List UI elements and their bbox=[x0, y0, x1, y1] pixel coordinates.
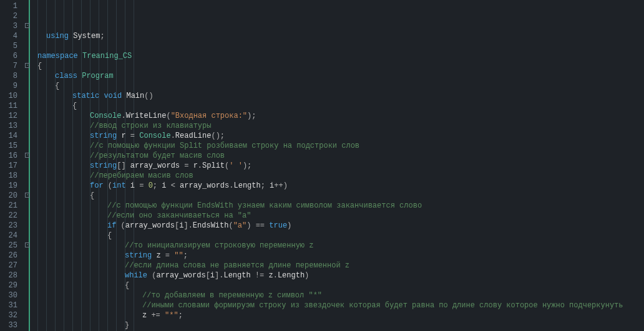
line-number[interactable]: 29 bbox=[0, 281, 24, 290]
line-number[interactable]: 2 bbox=[0, 11, 24, 21]
line-number[interactable]: 32 bbox=[0, 310, 24, 320]
code-line[interactable]: } bbox=[24, 320, 644, 330]
code-line[interactable]: //ввод строки из клавиатуры bbox=[24, 121, 644, 131]
code-line[interactable]: //иными словами формируэм строку из звез… bbox=[24, 300, 644, 310]
code-line[interactable]: string[] array_words = r.Split(' '); bbox=[24, 161, 644, 171]
fold-toggle-icon[interactable]: - bbox=[25, 242, 30, 247]
token: string bbox=[90, 132, 117, 140]
code-line[interactable]: //перебираем масив слов bbox=[24, 171, 644, 181]
code-line[interactable]: namespace Treaning_CS bbox=[24, 51, 644, 61]
line-number[interactable]: 17 bbox=[0, 161, 24, 171]
fold-toggle-icon[interactable]: - bbox=[25, 23, 30, 28]
fold-toggle-icon[interactable]: - bbox=[25, 63, 30, 68]
code-line[interactable]: { bbox=[24, 101, 644, 111]
line-number[interactable]: 11 bbox=[0, 101, 24, 111]
code-line[interactable]: z += "*"; bbox=[24, 310, 644, 320]
code-line[interactable]: class Program bbox=[24, 71, 644, 81]
token: using bbox=[46, 32, 69, 41]
token: //если длина слова не равняется длине пе… bbox=[125, 261, 349, 270]
line-number[interactable]: 1 bbox=[0, 1, 24, 11]
token: Length bbox=[278, 271, 305, 280]
token: { bbox=[37, 62, 42, 70]
token: [] bbox=[117, 161, 130, 170]
line-number[interactable]: 33 bbox=[0, 320, 24, 330]
token: Treaning_CS bbox=[82, 52, 132, 60]
code-line[interactable]: //если оно заканчиваеться на "а" bbox=[24, 211, 644, 221]
line-number[interactable]: 23 bbox=[0, 221, 24, 231]
code-line[interactable]: { bbox=[24, 191, 644, 201]
token: EndsWith bbox=[193, 221, 229, 230]
line-number[interactable]: 22 bbox=[0, 211, 24, 221]
token: array_words bbox=[125, 221, 175, 230]
line-number[interactable]: 13 bbox=[0, 121, 24, 131]
token: string bbox=[90, 161, 117, 170]
code-line[interactable]: while (array_words[i].Length != z.Length… bbox=[24, 271, 644, 281]
fold-toggle-icon[interactable]: - bbox=[25, 193, 30, 198]
token: r bbox=[193, 161, 198, 170]
code-line[interactable]: string z = ""; bbox=[24, 251, 644, 261]
code-line[interactable]: //то добавляем в переменную z символ "*" bbox=[24, 290, 644, 300]
line-number[interactable]: 20 bbox=[0, 191, 24, 201]
token: //результатом будет масив слов bbox=[90, 151, 225, 160]
token: ReadLine bbox=[175, 132, 212, 140]
token: . bbox=[273, 271, 278, 280]
line-number[interactable]: 8 bbox=[0, 71, 24, 81]
line-number[interactable]: 24 bbox=[0, 231, 24, 241]
line-number[interactable]: 9 bbox=[0, 81, 24, 91]
code-line[interactable]: Console.WriteLine("Входная строка:"); bbox=[24, 111, 644, 121]
line-number[interactable]: 27 bbox=[0, 261, 24, 271]
token bbox=[126, 181, 130, 190]
line-number[interactable]: 28 bbox=[0, 271, 24, 281]
code-line[interactable]: //если длина слова не равняется длине пе… bbox=[24, 261, 644, 271]
token: { bbox=[107, 231, 112, 240]
line-number[interactable]: 12 bbox=[0, 111, 24, 121]
token: [ bbox=[206, 271, 210, 280]
code-area[interactable]: using System;namespace Treaning_CS{class… bbox=[24, 0, 644, 331]
token: ; bbox=[178, 311, 183, 320]
code-line[interactable]: { bbox=[24, 61, 644, 71]
token: { bbox=[90, 191, 94, 200]
code-line[interactable]: //с помощью функции EndsWith узнаем каки… bbox=[24, 201, 644, 211]
token: //то инициализируем строковую переменную… bbox=[125, 241, 313, 250]
token: Main bbox=[126, 92, 144, 100]
fold-toggle-icon[interactable]: - bbox=[25, 153, 30, 158]
line-number[interactable]: 21 bbox=[0, 201, 24, 211]
line-number[interactable]: 10 bbox=[0, 91, 24, 101]
code-editor[interactable]: 1234567891011121314151617181920212223242… bbox=[0, 0, 644, 331]
token: void bbox=[104, 92, 122, 100]
token: i bbox=[210, 271, 215, 280]
line-number[interactable]: 6 bbox=[0, 51, 24, 61]
line-number[interactable]: 3 bbox=[0, 21, 24, 31]
token: ) == bbox=[246, 221, 269, 230]
code-line[interactable]: using System; bbox=[24, 31, 644, 41]
line-number[interactable]: 26 bbox=[0, 251, 24, 261]
token: //с помощью функции Split розбиваем стро… bbox=[90, 142, 359, 150]
token: System bbox=[73, 32, 100, 41]
code-line[interactable]: for (int i = 0; i < array_words.Length; … bbox=[24, 181, 644, 191]
line-number-gutter[interactable]: 1234567891011121314151617181920212223242… bbox=[0, 0, 24, 331]
line-number[interactable]: 19 bbox=[0, 181, 24, 191]
code-line[interactable]: if (array_words[i].EndsWith("а") == true… bbox=[24, 221, 644, 231]
line-number[interactable]: 15 bbox=[0, 141, 24, 151]
code-line[interactable]: string r = Console.ReadLine(); bbox=[24, 131, 644, 141]
line-number[interactable]: 16 bbox=[0, 151, 24, 161]
token: int bbox=[112, 181, 126, 190]
line-number[interactable]: 4 bbox=[0, 31, 24, 41]
line-number[interactable]: 25 bbox=[0, 241, 24, 251]
code-line[interactable]: { bbox=[24, 231, 644, 241]
line-number[interactable]: 18 bbox=[0, 171, 24, 181]
line-number[interactable]: 31 bbox=[0, 300, 24, 310]
code-line[interactable]: //с помощью функции Split розбиваем стро… bbox=[24, 141, 644, 151]
code-line[interactable] bbox=[24, 41, 644, 51]
line-number[interactable]: 7 bbox=[0, 61, 24, 71]
token: Length bbox=[223, 271, 250, 280]
line-number[interactable]: 30 bbox=[0, 290, 24, 300]
code-line[interactable]: static void Main() bbox=[24, 91, 644, 101]
code-line[interactable]: { bbox=[24, 281, 644, 290]
line-number[interactable]: 5 bbox=[0, 41, 24, 51]
code-line[interactable]: { bbox=[24, 81, 644, 91]
line-number[interactable]: 14 bbox=[0, 131, 24, 141]
token: ) bbox=[287, 221, 291, 230]
code-line[interactable]: //результатом будет масив слов bbox=[24, 151, 644, 161]
code-line[interactable]: //то инициализируем строковую переменную… bbox=[24, 241, 644, 251]
